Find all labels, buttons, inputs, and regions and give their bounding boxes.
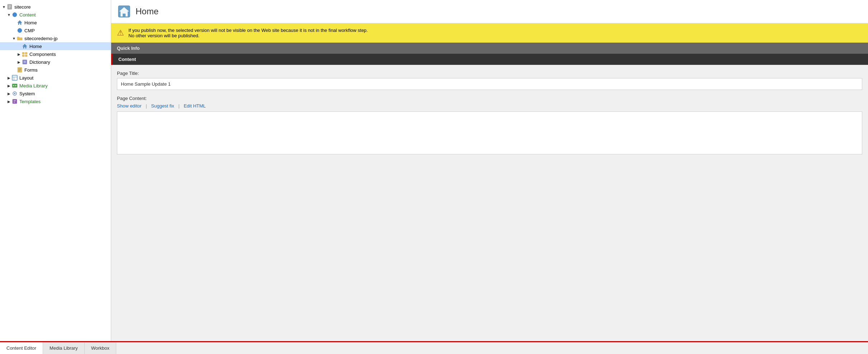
tab-media-library[interactable]: Media Library (43, 342, 85, 354)
quick-info-label: Quick Info (117, 46, 140, 51)
content-section-header[interactable]: Content (111, 54, 868, 65)
warning-text: If you publish now, the selected version… (128, 28, 368, 38)
content-section-label: Content (118, 57, 136, 62)
field-actions: Show editor | Suggest fix | Edit HTML (117, 103, 862, 109)
rich-text-editor[interactable] (117, 111, 862, 154)
svg-rect-15 (25, 52, 27, 54)
sidebar-item-layout[interactable]: Layout (0, 74, 111, 82)
svg-rect-17 (25, 55, 27, 57)
tab-workbox[interactable]: Workbox (85, 342, 116, 354)
sidebar-item-label: Dictionary (29, 59, 50, 65)
sidebar-item-label: Home (24, 20, 37, 25)
show-editor-link[interactable]: Show editor (117, 103, 145, 109)
sidebar-item-media[interactable]: Media Library (0, 82, 111, 90)
sidebar-item-sitecore[interactable]: sitecore (0, 3, 111, 11)
sidebar-item-label: Forms (24, 67, 38, 73)
svg-rect-33 (13, 99, 17, 104)
content-body: Page Title: Page Content: Show editor | … (111, 65, 868, 160)
quick-info-header[interactable]: Quick Info (111, 43, 868, 54)
arrow-content (6, 13, 11, 17)
warning-line1: If you publish now, the selected version… (128, 28, 368, 33)
sidebar-item-forms[interactable]: Forms (0, 66, 111, 74)
page-icon (6, 4, 13, 10)
arrow-layout (6, 76, 11, 80)
sep1: | (145, 103, 148, 109)
warning-line2: No other version will be published. (128, 33, 368, 38)
form-icon (16, 67, 23, 73)
sidebar-item-label: sitecore (14, 4, 31, 10)
media-icon (11, 83, 18, 88)
page-title: Home (136, 6, 159, 16)
arrow-media (6, 84, 11, 88)
svg-rect-18 (23, 60, 27, 64)
tab-media-library-label: Media Library (49, 345, 78, 351)
page-home-icon (117, 4, 131, 19)
sidebar-item-label: Layout (19, 75, 33, 81)
home-icon (16, 20, 23, 25)
sidebar-item-label: sitecoredemo-jp (24, 36, 58, 41)
page-content-field: Page Content: Show editor | Suggest fix … (117, 96, 862, 154)
sidebar-item-home-top[interactable]: Home (0, 19, 111, 27)
svg-point-32 (14, 93, 15, 94)
tab-content-editor[interactable]: Content Editor (0, 342, 43, 354)
warning-icon: ⚠ (117, 28, 124, 38)
svg-rect-16 (22, 55, 24, 57)
globe-icon (11, 12, 18, 18)
sidebar-item-label: Templates (19, 99, 41, 104)
svg-marker-13 (23, 44, 27, 48)
sidebar-item-label: Components (29, 52, 56, 57)
sidebar-item-label: Media Library (19, 83, 48, 88)
sidebar-item-dictionary[interactable]: Dictionary (0, 58, 111, 66)
sidebar-item-label: CMP (24, 28, 35, 33)
tab-content-editor-label: Content Editor (6, 345, 36, 351)
edit-html-link[interactable]: Edit HTML (181, 103, 208, 109)
folder-icon (16, 35, 23, 41)
svg-point-29 (13, 85, 14, 86)
arrow-dictionary (16, 60, 22, 64)
sidebar-item-home-selected[interactable]: Home (0, 42, 111, 50)
arrow-system (6, 92, 11, 96)
content-area: Home ⚠ If you publish now, the selected … (111, 0, 868, 341)
sidebar-item-components[interactable]: Components (0, 50, 111, 58)
sidebar: sitecore Content Home CMP (0, 0, 111, 341)
page-header: Home (111, 0, 868, 23)
arrow-templates (6, 100, 11, 104)
page-title-input[interactable] (117, 78, 862, 90)
template-icon (11, 99, 18, 104)
sidebar-item-content[interactable]: Content (0, 11, 111, 19)
svg-rect-14 (22, 52, 24, 54)
system-icon (11, 91, 18, 96)
svg-marker-9 (18, 20, 22, 25)
component-icon (22, 51, 28, 57)
suggest-fix-link[interactable]: Suggest fix (148, 103, 177, 109)
dictionary-icon (22, 59, 28, 65)
warning-banner: ⚠ If you publish now, the selected versi… (111, 23, 868, 43)
sidebar-item-sitecoredemo[interactable]: sitecoredemo-jp (0, 34, 111, 42)
sidebar-item-label: Home (29, 44, 42, 49)
home-icon-selected (22, 43, 28, 49)
sidebar-item-system[interactable]: System (0, 90, 111, 97)
bottom-tabs: Content Editor Media Library Workbox (0, 341, 868, 354)
globe-icon-cmp (16, 28, 23, 33)
tab-workbox-label: Workbox (91, 345, 109, 351)
layout-icon (11, 75, 18, 81)
sidebar-item-label: System (19, 91, 35, 96)
sidebar-item-templates[interactable]: Templates (0, 97, 111, 105)
sidebar-item-cmp[interactable]: CMP (0, 27, 111, 34)
arrow-sitecoredemo (11, 37, 16, 40)
page-content-field-label: Page Content: (117, 96, 862, 101)
page-title-field: Page Title: (117, 71, 862, 96)
sep2: | (177, 103, 181, 109)
svg-rect-25 (12, 75, 17, 80)
page-title-field-label: Page Title: (117, 71, 862, 76)
arrow-sitecore (1, 5, 6, 9)
arrow-components (16, 52, 22, 56)
sidebar-item-label: Content (19, 12, 36, 18)
